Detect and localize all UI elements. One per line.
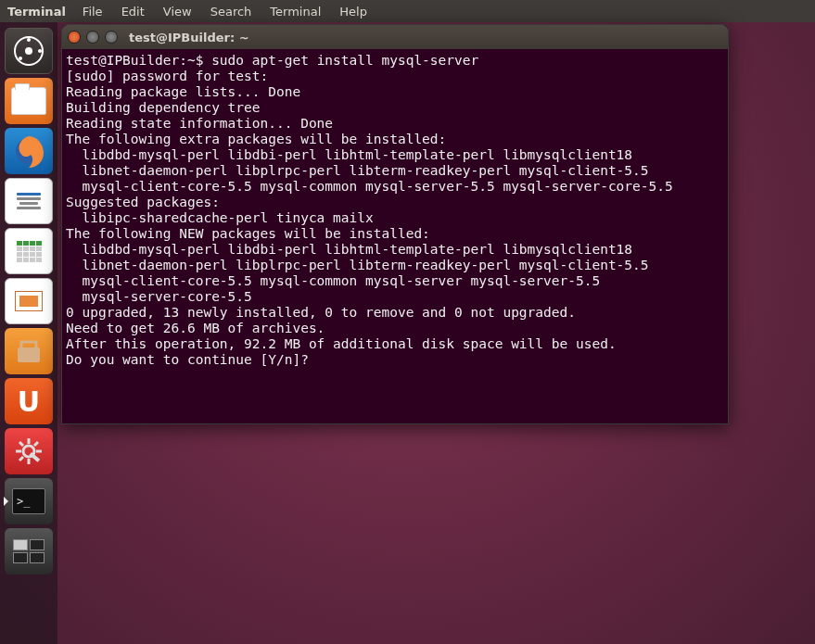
libreoffice-writer-icon[interactable] (5, 178, 53, 224)
terminal-icon[interactable]: >_ (5, 478, 53, 524)
svg-rect-6 (18, 347, 40, 362)
ubuntu-one-icon[interactable]: U (5, 378, 53, 424)
firefox-icon[interactable] (5, 128, 53, 174)
terminal-line: mysql-server-core-5.5 (66, 289, 252, 304)
close-icon[interactable] (68, 31, 81, 44)
terminal-line: Suggested packages: (66, 195, 220, 209)
menu-help[interactable]: Help (330, 5, 376, 19)
terminal-line: The following NEW packages will be insta… (66, 226, 430, 241)
svg-point-3 (38, 49, 42, 53)
unity-launcher: U >_ (0, 22, 57, 644)
workspace-switcher-icon[interactable] (5, 528, 53, 575)
libreoffice-impress-icon[interactable] (5, 278, 53, 324)
minimize-icon[interactable] (86, 31, 99, 44)
terminal-line: Building dependency tree (66, 100, 261, 115)
svg-point-2 (27, 38, 31, 42)
shell-prompt: test@IPBuilder:~$ (66, 53, 211, 68)
menu-file[interactable]: File (73, 5, 112, 19)
terminal-line: libnet-daemon-perl libplrpc-perl libterm… (66, 163, 649, 178)
dash-home-icon[interactable] (5, 28, 53, 74)
terminal-line: mysql-client-core-5.5 mysql-common mysql… (66, 179, 673, 194)
terminal-line: libdbd-mysql-perl libdbi-perl libhtml-te… (66, 147, 632, 162)
svg-point-1 (25, 47, 32, 55)
terminal-line: libdbd-mysql-perl libdbi-perl libhtml-te… (66, 242, 632, 257)
menu-terminal[interactable]: Terminal (261, 5, 330, 19)
menu-edit[interactable]: Edit (112, 5, 154, 19)
terminal-line: After this operation, 92.2 MB of additio… (66, 336, 617, 351)
terminal-output[interactable]: test@IPBuilder:~$ sudo apt-get install m… (62, 49, 728, 423)
terminal-line: libnet-daemon-perl libplrpc-perl libterm… (66, 258, 649, 272)
libreoffice-calc-icon[interactable] (5, 228, 53, 274)
system-settings-icon[interactable] (5, 428, 53, 474)
terminal-line: Reading package lists... Done (66, 84, 300, 99)
terminal-line: [sudo] password for test: (66, 69, 268, 83)
menu-view[interactable]: View (154, 5, 201, 19)
window-title: test@IPBuilder: ~ (129, 31, 249, 44)
maximize-icon[interactable] (105, 31, 118, 44)
menubar-app-name: Terminal (0, 5, 73, 19)
terminal-window: test@IPBuilder: ~ test@IPBuilder:~$ sudo… (61, 24, 729, 424)
terminal-line: Need to get 26.6 MB of archives. (66, 321, 325, 335)
svg-point-4 (19, 57, 22, 60)
terminal-line: Do you want to continue [Y/n]? (66, 352, 309, 367)
ubuntu-software-center-icon[interactable] (5, 328, 53, 374)
shell-command: sudo apt-get install mysql-server (211, 53, 478, 68)
terminal-line: Reading state information... Done (66, 116, 333, 131)
files-icon[interactable] (5, 78, 53, 124)
terminal-line: 0 upgraded, 13 newly installed, 0 to rem… (66, 305, 576, 320)
window-titlebar[interactable]: test@IPBuilder: ~ (62, 25, 728, 49)
terminal-line: The following extra packages will be ins… (66, 132, 446, 146)
terminal-line: libipc-sharedcache-perl tinyca mailx (66, 210, 374, 225)
global-menubar: Terminal File Edit View Search Terminal … (0, 0, 815, 22)
terminal-line: mysql-client-core-5.5 mysql-common mysql… (66, 273, 600, 288)
menu-search[interactable]: Search (201, 5, 261, 19)
